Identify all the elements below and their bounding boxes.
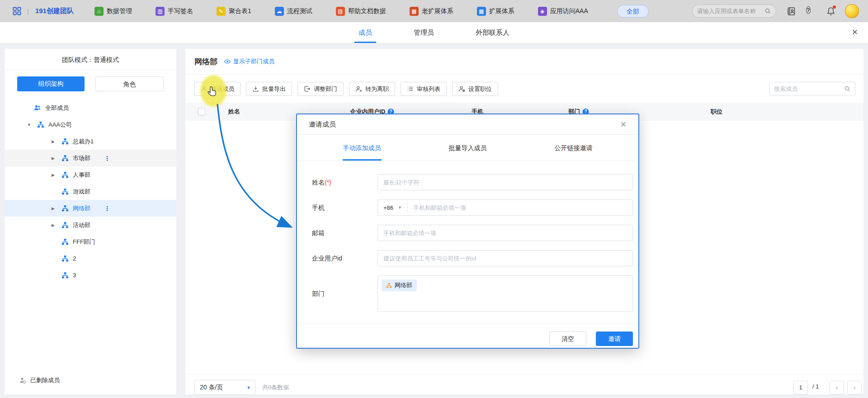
department-icon [61,155,69,162]
user-id-field[interactable] [377,250,633,266]
chevron-down-icon: ▾ [247,384,250,391]
dialog-tabs: 手动添加成员 批量导入成员 公开链接邀请 [297,135,638,161]
tab-batch-import[interactable]: 批量导入成员 [449,135,487,161]
tree-item-all-members[interactable]: 全部成员 [5,100,176,116]
tab-members[interactable]: 成员 [359,22,372,43]
current-page-input[interactable]: 1 [793,381,808,394]
tree-item[interactable]: 2 [5,250,176,267]
name-input[interactable] [378,179,632,186]
tree-item[interactable]: ▶ 总裁办1 [5,133,176,150]
nav-app-item[interactable]: ▤帮助文档数据 [336,7,386,16]
invite-button[interactable]: 邀请 [596,332,633,346]
caret-right-icon[interactable]: ▶ [52,139,61,144]
name-field[interactable] [377,174,633,190]
app-icon: ◈ [538,7,547,16]
nav-app-item[interactable]: ⌂数据管理 [94,7,132,16]
caret-right-icon[interactable]: ▶ [52,156,61,161]
help-glyph: ? [806,6,811,14]
department-picker[interactable]: 网络部 [377,275,633,312]
app-label: 数据管理 [107,7,132,15]
next-page-button[interactable]: › [847,381,862,394]
department-icon [61,222,69,229]
tree-item[interactable]: FFF部门 [5,233,176,250]
roles-button[interactable]: 角色 [95,76,164,91]
more-menu-icon[interactable]: ⋮ [104,155,110,162]
tree-item-label: 游戏部 [73,188,90,196]
tree-item[interactable]: ▶ 市场部 ⋮ [5,150,176,166]
email-field[interactable] [377,225,633,241]
caret-right-icon[interactable]: ▶ [52,206,61,211]
contacts-book-icon[interactable] [786,6,796,16]
required-mark: (*) [325,179,331,186]
column-header-name[interactable]: 姓名 [228,103,240,121]
person-icon [201,85,208,92]
batch-export-button[interactable]: 批量导出 [246,82,292,96]
email-input[interactable] [378,230,632,237]
member-search-input[interactable] [774,85,844,92]
nav-app-item[interactable]: ▦扩展体系 [477,7,514,16]
set-position-button[interactable]: 设置职位 [452,82,498,96]
caret-right-icon[interactable]: ▶ [52,173,61,177]
close-icon[interactable]: ✕ [852,22,858,43]
nav-app-item[interactable]: ☁流程测试 [275,7,312,16]
tree-item-company[interactable]: ▼ AAA公司 [5,116,176,133]
tab-manual-add[interactable]: 手动添加成员 [343,135,381,161]
department-icon [61,205,69,212]
country-code-select[interactable]: +86 ▼ [378,203,408,213]
phone-field[interactable]: +86 ▼ [377,199,633,216]
tree-item[interactable]: 游戏部 [5,183,176,200]
all-apps-pill-button[interactable]: 全部 [617,5,649,18]
help-icon[interactable]: ? [806,6,816,16]
set-resigned-button[interactable]: 转为离职 [349,82,395,96]
clear-button[interactable]: 清空 [549,332,586,346]
app-label: 扩展体系 [489,7,514,15]
app-window: | 191创建团队 ⌂数据管理 ▥手写签名 ✎聚合表1 ☁流程测试 ▤帮助文档数… [0,0,868,398]
divider [297,323,638,324]
caret-right-icon[interactable]: ▶ [52,223,61,227]
tree-item-label: 3 [73,272,76,279]
department-tag[interactable]: 网络部 [382,280,417,291]
select-all-checkbox[interactable] [198,108,205,115]
page-size-select[interactable]: 20 条/页 ▾ [194,380,255,395]
user-id-input[interactable] [378,255,632,262]
nav-app-item[interactable]: ◈应用访问AAA [538,7,588,16]
review-list-button[interactable]: 审核列表 [401,82,447,96]
nav-app-item[interactable]: ▥手写签名 [156,7,193,16]
tree-item-label: 人事部 [73,171,90,179]
tab-admins[interactable]: 管理员 [414,22,434,43]
deleted-members-link[interactable]: 已删除成员 [19,376,60,384]
more-menu-icon[interactable]: ⋮ [104,205,110,212]
app-icon: ☁ [275,7,284,16]
tree-item[interactable]: 3 [5,267,176,284]
apps-grid-icon[interactable] [13,7,21,15]
column-header-position[interactable]: 职位 [711,103,722,121]
adjust-department-button[interactable]: 调整部门 [297,82,344,96]
tree-item[interactable]: ▶ 活动部 [5,217,176,233]
close-icon[interactable]: ✕ [620,120,627,129]
tab-public-link[interactable]: 公开链接邀请 [555,135,593,161]
department-icon [61,272,69,279]
team-name[interactable]: 191创建团队 [35,7,74,15]
department-icon [61,238,69,246]
caret-down-icon[interactable]: ▼ [27,123,37,127]
prev-page-button[interactable]: ‹ [830,381,844,394]
members-group-icon [33,104,41,112]
notification-bell-icon[interactable] [826,6,836,16]
show-subdepartment-link[interactable]: 显示子部门成员 [224,57,274,66]
org-structure-button[interactable]: 组织架构 [17,76,85,91]
phone-input[interactable] [408,204,632,211]
members-toolbar: 邀请成员 批量导出 调整部门 转为离职 审核列表 设置职位 [194,82,498,96]
tree-item[interactable]: ▶ 人事部 [5,166,176,183]
global-search-input[interactable] [697,8,764,14]
user-avatar[interactable] [845,4,859,18]
tree-item-selected[interactable]: ▶ 网络部 ⋮ [5,200,176,217]
global-search-box[interactable] [692,5,776,18]
batch-export-label: 批量导出 [262,85,286,93]
review-list-label: 审核列表 [417,85,440,93]
invite-member-button[interactable]: 邀请成员 [194,82,241,96]
list-icon [407,85,414,92]
nav-app-item[interactable]: ▦老扩展体系 [410,7,453,16]
tab-external-contacts[interactable]: 外部联系人 [476,22,509,43]
member-search-box[interactable] [769,82,855,95]
nav-app-item[interactable]: ✎聚合表1 [217,7,251,16]
